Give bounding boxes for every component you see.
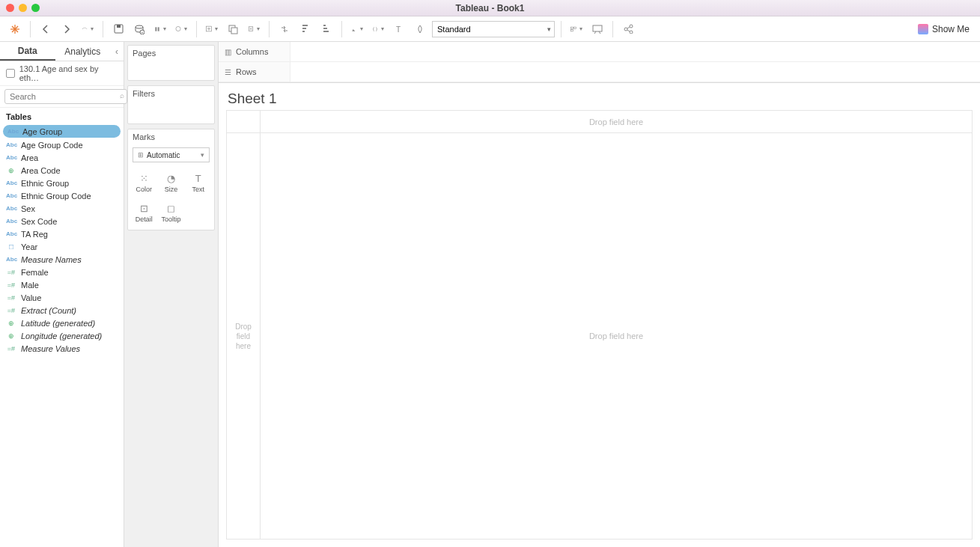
rows-shelf[interactable]: ☰Rows	[219, 62, 980, 82]
drop-main-area[interactable]: Drop field here	[261, 133, 972, 539]
field-age-group[interactable]: AbcAge Group	[3, 125, 121, 138]
field-latitude-generated-[interactable]: ⊕Latitude (generated)	[0, 317, 124, 329]
mark-color-button[interactable]: ⁙Color	[131, 168, 156, 197]
abc-icon: Abc	[6, 256, 16, 263]
presentation-mode-button[interactable]	[588, 20, 606, 38]
pause-updates-button[interactable]	[151, 20, 169, 38]
share-button[interactable]	[619, 20, 637, 38]
num-icon: =#	[6, 269, 16, 276]
field-area-code[interactable]: ⊕Area Code	[0, 164, 124, 177]
field-measure-names[interactable]: AbcMeasure Names	[0, 253, 124, 266]
field-ta-reg[interactable]: AbcTA Reg	[0, 227, 124, 240]
filters-shelf[interactable]: Filters	[127, 85, 215, 124]
field-value[interactable]: =#Value	[0, 291, 124, 304]
titlebar: Tableau - Book1	[0, 0, 980, 16]
size-icon: ◔	[167, 173, 175, 184]
field-label: Value	[21, 293, 41, 302]
svg-rect-22	[302, 25, 308, 26]
tableau-logo-icon[interactable]	[6, 20, 24, 38]
field-label: Area Code	[21, 166, 61, 175]
abc-icon: Abc	[6, 141, 16, 148]
num-icon: =#	[6, 345, 16, 352]
visualization-canvas[interactable]: Drop field here Drop field here Drop fie…	[226, 110, 973, 540]
abc-icon: Abc	[6, 180, 16, 186]
mark-tooltip-button[interactable]: ◻Tooltip	[158, 198, 183, 227]
field-male[interactable]: =#Male	[0, 278, 124, 291]
sheet-title[interactable]: Sheet 1	[219, 83, 980, 110]
search-input[interactable]	[4, 89, 127, 104]
svg-rect-16	[231, 28, 237, 34]
field-label: Ethnic Group Code	[21, 192, 91, 201]
field-age-group-code[interactable]: AbcAge Group Code	[0, 138, 124, 151]
field-label: Male	[21, 281, 39, 290]
clear-sheet-button[interactable]	[245, 20, 263, 38]
show-me-button[interactable]: Show Me	[913, 22, 974, 36]
drop-rows-area[interactable]: Drop field here	[227, 133, 261, 539]
new-worksheet-button[interactable]	[203, 20, 221, 38]
tab-data[interactable]: Data	[0, 42, 55, 61]
field-label: Year	[21, 242, 37, 251]
search-icon: ⌕	[120, 91, 124, 100]
show-labels-button[interactable]: T	[390, 20, 408, 38]
field-area[interactable]: AbcArea	[0, 151, 124, 164]
swap-rows-columns-button[interactable]	[276, 20, 293, 38]
field-label: Sex	[21, 204, 35, 213]
num-icon: =#	[6, 281, 16, 289]
svg-rect-21	[302, 28, 306, 29]
svg-point-35	[630, 31, 633, 34]
duplicate-sheet-button[interactable]	[224, 20, 242, 38]
field-extract-count-[interactable]: =#Extract (Count)	[0, 304, 124, 317]
columns-shelf[interactable]: ▥Columns	[219, 42, 980, 62]
svg-text:T: T	[396, 25, 401, 34]
field-ethnic-group[interactable]: AbcEthnic Group	[0, 177, 124, 189]
data-pane: Data Analytics ‹ 130.1 Age and sex by et…	[0, 42, 124, 547]
fit-select[interactable]	[432, 21, 555, 37]
drop-columns-area[interactable]: Drop field here	[261, 111, 972, 132]
new-data-source-button[interactable]: +	[130, 20, 148, 38]
mark-text-button[interactable]: TText	[186, 168, 211, 197]
tab-analytics[interactable]: Analytics	[55, 42, 111, 61]
refresh-button[interactable]	[172, 20, 190, 38]
mark-size-button[interactable]: ◔Size	[158, 168, 183, 197]
field-ethnic-group-code[interactable]: AbcEthnic Group Code	[0, 189, 124, 202]
highlight-button[interactable]	[348, 20, 366, 38]
abc-icon: Abc	[7, 128, 18, 135]
field-sex[interactable]: AbcSex	[0, 202, 124, 215]
mark-type-select[interactable]: ⊞ Automatic	[133, 147, 210, 162]
field-longitude-generated-[interactable]: ⊕Longitude (generated)	[0, 329, 124, 342]
pages-shelf[interactable]: Pages	[127, 45, 215, 81]
svg-rect-5	[117, 25, 121, 28]
svg-line-36	[627, 27, 630, 28]
show-me-icon	[918, 24, 928, 34]
collapse-sidebar-button[interactable]: ‹	[110, 42, 124, 61]
field-label: Latitude (generated)	[21, 319, 95, 328]
field-year[interactable]: □Year	[0, 240, 124, 253]
sort-asc-button[interactable]	[296, 20, 314, 38]
undo-dropdown[interactable]	[79, 20, 97, 38]
filters-label: Filters	[128, 86, 214, 101]
rows-label: Rows	[236, 67, 257, 76]
field-female[interactable]: =#Female	[0, 266, 124, 278]
field-measure-values[interactable]: =#Measure Values	[0, 342, 124, 355]
datasource-row[interactable]: 130.1 Age and sex by eth…	[0, 61, 124, 86]
sort-desc-button[interactable]	[317, 20, 335, 38]
field-label: TA Reg	[21, 230, 48, 239]
forward-button[interactable]	[58, 20, 76, 38]
field-sex-code[interactable]: AbcSex Code	[0, 215, 124, 227]
abc-icon: Abc	[6, 205, 16, 212]
mark-detail-button[interactable]: ⊡Detail	[131, 198, 156, 227]
rows-icon: ☰	[225, 68, 231, 76]
marks-card: Marks ⊞ Automatic ⁙Color ◔Size TText ⊡De…	[127, 129, 215, 230]
back-button[interactable]	[37, 20, 55, 38]
group-button[interactable]	[369, 20, 387, 38]
abc-icon: Abc	[6, 218, 16, 224]
show-cards-button[interactable]	[567, 20, 585, 38]
geo-icon: ⊕	[6, 320, 16, 327]
field-label: Age Group Code	[21, 141, 83, 150]
tooltip-icon: ◻	[167, 203, 175, 214]
svg-point-34	[630, 25, 633, 28]
geo-icon: ⊕	[6, 167, 16, 174]
pin-button[interactable]	[411, 20, 429, 38]
save-button[interactable]	[109, 20, 127, 38]
svg-point-33	[624, 28, 627, 31]
